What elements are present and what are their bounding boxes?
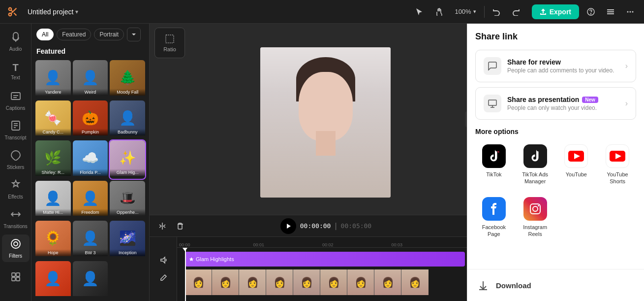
canvas-area: Ratio ‹ [150,24,467,215]
redo-button[interactable] [508,4,524,20]
export-label: Export [550,8,571,16]
tool-extra[interactable] [2,264,30,292]
list-item[interactable]: 🌻 Hope [35,221,71,259]
undo-button[interactable] [489,4,504,20]
volume-button[interactable] [156,253,170,267]
list-item[interactable]: 👤 [73,261,108,300]
filter-dropdown-button[interactable] [127,28,141,41]
pointer-tool-button[interactable] [411,4,427,20]
platform-youtube[interactable]: YouTube [558,140,595,189]
list-item[interactable]: 👤 Badbunny [110,100,145,139]
share-for-review-card[interactable]: Share for review People can add comments… [475,50,636,82]
tool-text[interactable]: T Text [2,57,30,85]
play-button[interactable] [280,218,296,234]
list-item[interactable]: ☁️ Florida P... [73,140,108,179]
filter-portrait-button[interactable]: Portrait [94,29,124,40]
youtube-icon [564,144,588,168]
share-title: Share link [475,32,636,42]
share-review-arrow-icon: › [625,62,628,70]
transcript-icon [10,120,21,134]
list-item[interactable]: 🎩 Oppenhe... [110,181,145,219]
list-item[interactable]: 👤 Weird [73,60,108,99]
svg-rect-14 [11,93,20,100]
share-presentation-subtitle: People can only watch your video. [507,104,619,111]
tool-filters[interactable]: Filters [2,234,30,262]
tiktok-ads-icon [523,144,547,168]
divider [484,6,485,18]
tick-00-01: 00:01 [251,242,267,247]
more-button[interactable] [622,4,638,20]
svg-point-12 [632,11,634,12]
svg-point-10 [627,11,629,12]
thumb-3: 👩 [239,269,266,295]
download-label: Download [496,281,531,290]
timeline-split-button[interactable] [155,219,169,233]
svg-marker-33 [287,224,291,229]
svg-point-1 [9,13,12,16]
list-item[interactable]: 👤 Yandere [35,60,71,99]
media-item-label: Moody Fall [110,89,145,96]
platform-tiktok[interactable]: TikTok [475,140,513,189]
platform-tiktok-ads[interactable]: TikTok Ads Manager [517,140,554,189]
project-name-button[interactable]: Untitled project ▾ [24,6,82,18]
timeline: 00:00:00 | 00:05:00 [150,215,467,301]
tool-audio[interactable]: Audio [2,28,30,55]
panel-collapse-button[interactable]: ‹ [465,111,467,127]
stickers-label: Stickers [7,165,25,170]
ratio-icon [164,33,175,44]
tool-effects[interactable]: Effects [2,175,30,203]
media-panel-title: Featured [31,45,149,58]
menu-button[interactable] [603,4,618,20]
thumb-7: 👩 [347,269,374,295]
media-grid: 👤 Yandere 👤 Weird 🌲 Moody Fall 🍬 [31,58,149,301]
topbar: Untitled project ▾ 100% ▾ Export [0,0,644,24]
list-item[interactable]: 👤 Freedom [73,181,108,219]
edit-button[interactable] [156,271,170,285]
tool-transitions[interactable]: Transitions [2,205,30,233]
tool-stickers[interactable]: Stickers [2,146,30,173]
list-item[interactable]: 🌿 Shirley: R... [35,140,71,179]
logo[interactable] [6,5,20,19]
list-item[interactable]: 🌲 Moody Fall [110,60,145,99]
list-item[interactable]: 👤 BW 3 [73,221,108,259]
svg-line-4 [11,10,13,12]
current-time: 00:00:00 [300,222,331,230]
list-item[interactable]: ✨ Glam Hig... [110,140,145,179]
text-label: Text [11,75,20,80]
share-review-title: Share for review [507,58,619,66]
effects-label: Effects [8,194,23,200]
platform-instagram[interactable]: Instagram Reels [517,193,554,242]
list-item[interactable]: 🎃 Pumpkin [73,100,108,139]
canvas-timeline-area: Ratio ‹ [150,24,467,301]
list-item[interactable]: 🍬 Candy C... [35,100,71,139]
download-button[interactable]: Download [467,269,644,301]
list-item[interactable]: 👤 Matte Hi... [35,181,71,219]
tick-00-03: 00:03 [390,242,405,247]
share-as-presentation-card[interactable]: Share as presentation New People can onl… [475,87,636,120]
help-button[interactable] [583,4,599,20]
tool-transcript[interactable]: Transcript [2,116,30,144]
svg-rect-24 [16,273,20,276]
chevron-down-icon: ▾ [75,8,78,15]
zoom-control[interactable]: 100% ▾ [451,6,480,17]
clip-glam-highlights[interactable]: Glam Highlights [185,252,465,267]
svg-point-11 [630,11,631,12]
media-item-label: Florida P... [73,169,108,176]
timeline-tracks-area: 00:00 00:01 00:02 00:03 [150,237,467,301]
facebook-icon [482,197,506,221]
list-item[interactable]: 👤 [35,261,71,300]
media-item-label: Candy C... [35,129,71,135]
list-item[interactable]: 🌌 Inception [110,221,145,259]
hand-tool-button[interactable] [431,4,447,20]
svg-rect-7 [607,9,614,10]
platform-youtube-shorts[interactable]: YouTube Shorts [599,140,636,189]
filter-all-button[interactable]: All [36,29,54,40]
filter-featured-button[interactable]: Featured [57,29,91,40]
timeline-playback-controls: 00:00:00 | 00:05:00 [280,218,371,234]
ratio-button[interactable]: Ratio [154,28,185,58]
clip-track: Glam Highlights [185,252,465,267]
platform-facebook[interactable]: Facebook Page [475,193,513,242]
tool-captions[interactable]: Captions [2,87,30,114]
export-button[interactable]: Export [532,4,579,19]
timeline-delete-button[interactable] [173,219,187,233]
